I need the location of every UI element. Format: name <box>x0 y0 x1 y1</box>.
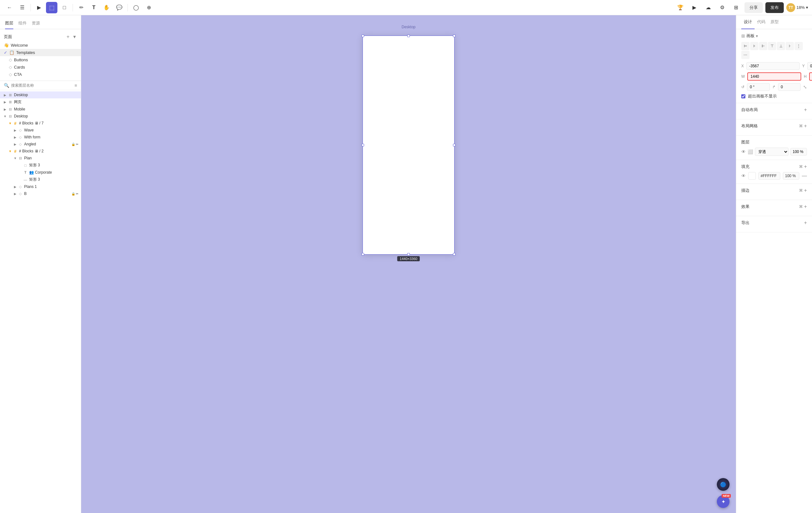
resize-mode-icon[interactable]: ⤡ <box>803 84 807 89</box>
tab-prototype[interactable]: 原型 <box>768 15 781 29</box>
menu-button[interactable]: ☰ <box>17 2 28 14</box>
visibility-toggle[interactable]: 👁 <box>741 149 746 154</box>
expand-angled-icon[interactable]: ▶ <box>13 142 18 147</box>
rect-tool[interactable]: □ <box>59 2 70 14</box>
expand-desktop-expanded-icon[interactable]: ▼ <box>3 114 8 119</box>
rotation-input[interactable] <box>747 83 770 91</box>
frame-tool[interactable]: ⬚ <box>46 2 57 14</box>
align-bottom-btn[interactable]: ⊦ <box>786 42 794 50</box>
layer-desktop-top[interactable]: ▶ ⊞ Desktop <box>0 91 81 99</box>
fill-visibility-icon[interactable]: 👁 <box>741 173 746 179</box>
back-button[interactable]: ← <box>4 2 15 14</box>
plugin-btn-circle[interactable]: 🔵 <box>717 478 729 491</box>
layer-mobile[interactable]: ▶ ⊟ Mobile <box>0 106 81 113</box>
page-item-buttons[interactable]: ◇ Buttons <box>0 56 81 63</box>
overflow-checkbox[interactable] <box>741 94 745 99</box>
layer-rect3-2[interactable]: — 矩形 3 <box>0 176 81 183</box>
trophy-btn[interactable]: 🏆 <box>675 2 686 14</box>
expand-pages-button[interactable]: ▾ <box>72 33 77 40</box>
withform-diamond-icon: ◇ <box>18 135 23 140</box>
layer-plans1[interactable]: ▶ ◇ Plans 1 <box>0 183 81 190</box>
fill-add-btn[interactable]: + <box>804 164 807 169</box>
page-item-templates[interactable]: ✓ 📋 Templates <box>0 49 81 56</box>
expand-mobile-icon[interactable]: ▶ <box>3 107 8 112</box>
circle-tool[interactable]: ◯ <box>130 2 142 14</box>
expand-wave-icon[interactable]: ▶ <box>13 128 18 133</box>
align-right-btn[interactable]: ⊩ <box>759 42 767 50</box>
export-add-btn[interactable]: + <box>804 220 807 226</box>
component-tool[interactable]: ⊕ <box>143 2 154 14</box>
settings-btn[interactable]: ⚙ <box>717 2 728 14</box>
canvas-section-dropdown-icon[interactable]: ▾ <box>756 34 758 38</box>
layer-b[interactable]: ▶ ◇ B 🔒 ✂ <box>0 190 81 197</box>
page-item-cards[interactable]: ◇ Cards <box>0 63 81 71</box>
tab-components[interactable]: 组件 <box>19 18 27 29</box>
expand-plans1-icon[interactable]: ▶ <box>13 184 18 189</box>
layer-blocks-7[interactable]: ▼ # # Blocks 🖥 / 7 <box>0 120 81 127</box>
align-top-btn[interactable]: ⊤ <box>768 42 776 50</box>
expand-corporate-icon <box>18 170 23 175</box>
fill-color-swatch[interactable] <box>748 172 756 180</box>
h-input[interactable] <box>809 72 812 81</box>
expand-plan-icon[interactable]: ▼ <box>13 156 18 161</box>
layer-webpage[interactable]: ▶ ⊞ 网页 <box>0 99 81 106</box>
welcome-icon: 👋 <box>4 43 9 48</box>
comment-tool[interactable]: 💬 <box>114 2 125 14</box>
cloud-btn[interactable]: ☁ <box>702 2 714 14</box>
layer-with-form[interactable]: ▶ ◇ With form <box>0 134 81 141</box>
tab-assets[interactable]: 资源 <box>32 18 40 29</box>
fill-hex-value[interactable]: #FFFFFF <box>758 172 780 180</box>
expand-b-icon[interactable]: ▶ <box>13 191 18 196</box>
page-item-welcome[interactable]: 👋 Welcome <box>0 42 81 49</box>
zoom-control[interactable]: TT 18% ▾ <box>786 3 808 12</box>
layer-b-label: B <box>24 191 71 196</box>
plugin-btn-star[interactable]: ✦ NEW <box>717 495 729 508</box>
layer-search-input[interactable] <box>11 83 72 88</box>
filter-icon[interactable]: ≡ <box>75 83 77 88</box>
opacity-input[interactable] <box>790 148 807 156</box>
corner-input[interactable] <box>778 83 801 91</box>
expand-rect3-2-icon <box>18 177 23 182</box>
layer-corporate[interactable]: T 👥 Corporate <box>0 169 81 176</box>
layer-angled[interactable]: ▶ ◇ Angled 🔒 ✂ <box>0 141 81 147</box>
align-left-btn[interactable]: ⊨ <box>741 42 750 50</box>
y-input[interactable] <box>807 62 812 70</box>
layer-rect3-1[interactable]: □ 矩形 3 <box>0 162 81 169</box>
x-input[interactable] <box>746 62 800 70</box>
expand-withform-icon[interactable]: ▶ <box>13 135 18 140</box>
add-page-button[interactable]: + <box>65 33 71 40</box>
tab-design[interactable]: 设计 <box>741 15 755 29</box>
layer-plan[interactable]: ▼ ⊟ Plan <box>0 155 81 162</box>
share-button[interactable]: 分享 <box>745 2 763 13</box>
expand-blocks2-icon[interactable]: ▼ <box>8 148 13 154</box>
tab-layers[interactable]: 图层 <box>5 18 13 29</box>
prototype-play-btn[interactable]: ▶ <box>689 2 700 14</box>
auto-layout-add-btn[interactable]: + <box>804 107 807 113</box>
pen-tool[interactable]: ✏ <box>76 2 87 14</box>
select-tool[interactable]: ▶ <box>33 2 45 14</box>
fill-opacity-value[interactable]: 100 % <box>783 172 799 180</box>
layout-grid-add-btn[interactable]: + <box>804 123 807 129</box>
expand-webpage-icon[interactable]: ▶ <box>3 100 8 105</box>
layer-wave[interactable]: ▶ ◇ Wave <box>0 127 81 134</box>
publish-button[interactable]: 发布 <box>765 2 784 13</box>
w-input[interactable] <box>747 72 801 81</box>
align-center-v-btn[interactable]: ⊥ <box>777 42 785 50</box>
tab-code[interactable]: 代码 <box>755 15 768 29</box>
distribute-v-btn[interactable]: ⋯ <box>741 51 750 59</box>
align-center-h-btn[interactable]: ⊧ <box>750 42 758 50</box>
blend-mode-select[interactable]: 穿透 正常 正片叠底 滤色 <box>755 147 788 156</box>
expand-desktop-top-icon[interactable]: ▶ <box>3 92 8 98</box>
effect-add-btn[interactable]: + <box>804 204 807 210</box>
expand-blocks7-icon[interactable]: ▼ <box>8 120 13 126</box>
layer-blocks-2[interactable]: ▼ # # Blocks 🖥 / 2 <box>0 147 81 155</box>
hand-tool[interactable]: ✋ <box>101 2 112 14</box>
layout-btn[interactable]: ⊞ <box>730 2 742 14</box>
page-item-cta[interactable]: ◇ CTA <box>0 71 81 78</box>
text-tool[interactable]: T <box>88 2 99 14</box>
distribute-h-btn[interactable]: ⋮ <box>794 42 803 50</box>
fill-minus-btn[interactable]: — <box>802 173 807 179</box>
stroke-add-btn[interactable]: + <box>804 188 807 193</box>
canvas-frame[interactable] <box>362 35 455 254</box>
layer-desktop-expanded[interactable]: ▼ ⊟ Desktop <box>0 113 81 120</box>
